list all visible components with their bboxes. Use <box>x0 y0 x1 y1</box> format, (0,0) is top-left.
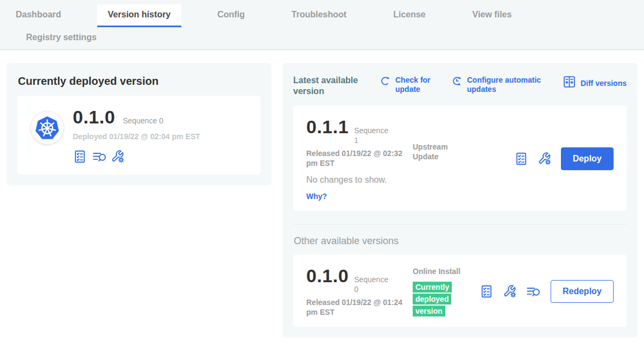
latest-version-actions: Deploy <box>514 147 614 170</box>
configure-automatic-updates-link[interactable]: Configure automatic updates <box>451 75 554 94</box>
other-released-timestamp: Released 01/19/22 @ 01:24 pm EST <box>306 298 403 317</box>
other-version-actions: Redeploy <box>479 280 614 303</box>
other-version-card: 0.1.0 Sequence 0 Released 01/19/22 @ 01:… <box>293 254 627 327</box>
deploy-logs-icon[interactable] <box>526 284 541 299</box>
latest-version-info: 0.1.1 Sequence 1 Released 01/19/22 @ 02:… <box>306 116 413 201</box>
tab-license[interactable]: License <box>382 4 437 27</box>
why-link[interactable]: Why? <box>306 192 327 201</box>
latest-version-card: 0.1.1 Sequence 1 Released 01/19/22 @ 02:… <box>293 105 627 211</box>
edit-config-icon[interactable] <box>538 152 552 166</box>
currently-deployed-title: Currently deployed version <box>18 75 261 88</box>
main-content: Currently deployed version 0.1.0 Sequenc… <box>0 50 644 348</box>
preflight-checks-icon[interactable] <box>479 284 494 299</box>
diff-versions-link[interactable]: Diff versions <box>563 75 627 91</box>
tab-dashboard[interactable]: Dashboard <box>5 4 72 27</box>
edit-config-icon[interactable] <box>503 284 517 299</box>
schedule-update-icon <box>451 75 463 89</box>
currently-deployed-badge: Currently deployed version <box>413 282 452 316</box>
tab-version-history[interactable]: Version history <box>97 4 182 27</box>
available-versions-header: Latest available version Check for updat… <box>293 75 627 97</box>
nav-row-1: Dashboard Version history Config Trouble… <box>0 4 644 27</box>
section-divider <box>293 224 627 225</box>
kubernetes-logo-icon <box>30 111 64 145</box>
deployed-timestamp: Deployed 01/19/22 @ 02:04 pm EST <box>73 132 200 141</box>
preflight-checks-icon[interactable] <box>73 150 87 164</box>
online-install-label: Online Install <box>413 266 463 276</box>
latest-available-title: Latest available version <box>293 75 369 97</box>
no-changes-text: No changes to show. <box>306 175 413 185</box>
tab-view-files[interactable]: View files <box>462 4 523 27</box>
other-version-number: 0.1.0 <box>306 265 349 287</box>
deployed-version-details: 0.1.0 Sequence 0 Deployed 01/19/22 @ 02:… <box>73 107 200 164</box>
diff-icon <box>563 75 576 91</box>
check-for-update-link[interactable]: Check for update <box>379 75 443 94</box>
available-versions-panel: Latest available version Check for updat… <box>282 63 637 338</box>
latest-released-timestamp: Released 01/19/22 @ 02:32 pm EST <box>306 149 403 168</box>
nav-row-2: Registry settings <box>0 27 644 49</box>
other-version-source: Online Install Currently deployed versio… <box>413 265 479 317</box>
tab-troubleshoot[interactable]: Troubleshoot <box>281 4 357 27</box>
other-sequence-label: Sequence 0 <box>354 275 393 294</box>
latest-sequence-label: Sequence 1 <box>354 126 393 145</box>
edit-config-icon[interactable] <box>111 150 125 164</box>
preflight-checks-icon[interactable] <box>514 152 528 166</box>
deploy-logs-icon[interactable] <box>92 150 108 164</box>
other-available-versions-heading: Other available versions <box>294 235 627 247</box>
top-navigation: Dashboard Version history Config Trouble… <box>0 0 644 50</box>
latest-version-number: 0.1.1 <box>306 116 349 138</box>
latest-version-source: Upstream Update <box>413 116 514 201</box>
deployed-version-number: 0.1.0 <box>73 107 115 128</box>
currently-deployed-panel: Currently deployed version 0.1.0 Sequenc… <box>7 63 272 185</box>
other-version-info: 0.1.0 Sequence 0 Released 01/19/22 @ 01:… <box>306 265 413 317</box>
deployed-sequence-label: Sequence 0 <box>123 116 163 125</box>
deployed-version-card: 0.1.0 Sequence 0 Deployed 01/19/22 @ 02:… <box>17 96 261 175</box>
redeploy-button[interactable]: Redeploy <box>551 280 614 303</box>
upstream-update-label: Upstream Update <box>413 142 463 161</box>
tab-config[interactable]: Config <box>206 4 256 27</box>
deploy-button[interactable]: Deploy <box>561 147 614 170</box>
refresh-icon <box>379 75 391 89</box>
tab-registry-settings[interactable]: Registry settings <box>15 27 108 48</box>
